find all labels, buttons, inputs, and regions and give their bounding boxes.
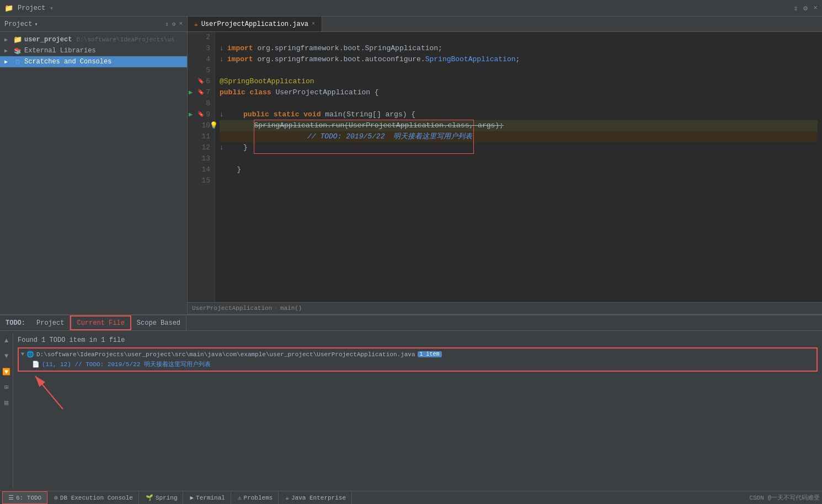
todo-tree: Found 1 TODO item in 1 file ▼ 🌐 D:\softw… (13, 333, 822, 489)
sidebar-close-icon[interactable]: × (179, 20, 183, 28)
db-console-icon: ⊙ (54, 494, 58, 501)
todo-item-icon: 📄 (32, 361, 40, 368)
todo-tab-current-file[interactable]: Current File (70, 315, 131, 330)
main-layout: Project ▾ ⇕ ⚙ × ▶ 📁 user_project D:\soft… (0, 17, 822, 314)
todo-item-row[interactable]: 📄 (11, 12) // TODO: 2019/5/22 明天接着这里写用户列… (21, 359, 814, 369)
sidebar-item-label-user-project: user_project (24, 36, 72, 44)
todo-sidebar-icons: ▲ ▼ 🔽 ⊞ ▤ (0, 333, 13, 489)
todo-file-path: D:\software\IdeaProjects\user_project\sr… (36, 351, 415, 358)
code-line-9: ↓ public static void main(String[] args)… (220, 109, 818, 120)
todo-up-button[interactable]: ▲ (1, 335, 12, 346)
sidebar-item-label-external-libraries: External Libraries (24, 47, 96, 55)
code-line-2 (220, 32, 818, 43)
line-num-8: 8 (188, 98, 215, 109)
settings-icon[interactable]: ⚙ (803, 4, 808, 13)
chevron-right-icon: ▶ (4, 36, 11, 43)
run-icon-7[interactable]: ▶ (189, 87, 193, 98)
code-line-13 (220, 153, 818, 164)
bottom-panel: TODO: Project Current File Scope Based ▲… (0, 314, 822, 491)
sidebar-header-title: Project ▾ (4, 20, 38, 28)
todo-file-row[interactable]: ▼ 🌐 D:\software\IdeaProjects\user_projec… (21, 350, 814, 359)
top-bar-project-label: Project (18, 4, 45, 12)
todo-panel-label: TODO: (0, 315, 31, 330)
run-icon-9[interactable]: ▶ (189, 109, 193, 120)
status-tab-terminal[interactable]: ▶ Terminal (184, 491, 231, 504)
annotation-arrow (30, 371, 96, 415)
bookmark-icon-7: 🔖 (198, 87, 204, 98)
todo-content: ▲ ▼ 🔽 ⊞ ▤ Found 1 TODO item in 1 file ▼ … (0, 331, 822, 491)
todo-file-icon: 🌐 (26, 351, 34, 358)
minimize-icon[interactable]: ⇕ (794, 4, 798, 13)
todo-tab-bar: TODO: Project Current File Scope Based (0, 315, 822, 331)
line-num-7: ▶ 🔖 7 (188, 87, 215, 98)
code-container[interactable]: 2 3 4 5 🔖 6 ▶ 🔖 7 8 ▶ 🔖 9 (188, 32, 822, 302)
code-line-6: @SpringBootApplication (220, 76, 818, 87)
code-lines[interactable]: ↓ import org.springframework.boot.Spring… (215, 32, 822, 302)
todo-settings-button[interactable]: ▤ (1, 397, 12, 408)
code-line-3: ↓ import org.springframework.boot.Spring… (220, 43, 818, 54)
sidebar-minimize-icon[interactable]: ⇕ (165, 20, 169, 28)
library-icon: 📚 (13, 46, 22, 55)
project-icon: 📁 (4, 4, 13, 13)
chevron-down-icon: ▼ (21, 351, 24, 357)
sidebar-settings-icon[interactable]: ⚙ (172, 20, 176, 28)
chevron-right-icon: ▶ (4, 47, 11, 54)
status-tab-java-enterprise-label: Java Enterprise (291, 495, 346, 501)
editor-tab-bar: ☕ UserProjectApplication.java × (188, 17, 822, 32)
line-num-3: 3 (188, 43, 215, 54)
code-line-12: ↓ } (220, 142, 818, 153)
line-num-12: 12 (188, 142, 215, 153)
breadcrumb-sep: › (274, 305, 278, 312)
status-tab-java-enterprise[interactable]: ☕ Java Enterprise (280, 491, 352, 504)
status-tab-spring[interactable]: 🌱 Spring (140, 491, 184, 504)
lightbulb-icon[interactable]: 💡 (210, 120, 218, 131)
status-tab-todo-label: 6: TODO (16, 495, 41, 501)
todo-tab-project[interactable]: Project (31, 315, 70, 330)
java-enterprise-icon: ☕ (285, 494, 289, 501)
code-line-14: } (220, 164, 818, 175)
terminal-icon: ▶ (190, 494, 194, 501)
line-num-5: 5 (188, 65, 215, 76)
status-tab-spring-label: Spring (156, 495, 178, 501)
todo-tab-scope-based[interactable]: Scope Based (131, 315, 186, 330)
top-bar: 📁 Project ▾ ⇕ ⚙ × (0, 0, 822, 17)
chevron-right-icon: ▶ (4, 58, 11, 65)
todo-tab-project-label: Project (36, 319, 64, 327)
line-num-2: 2 (188, 32, 215, 43)
sidebar-item-label-scratches: Scratches and Consoles (24, 58, 111, 66)
status-tab-db-label: DB Execution Console (60, 495, 133, 501)
line-num-9: ▶ 🔖 9 (188, 109, 215, 120)
tab-close-button[interactable]: × (312, 21, 315, 27)
todo-tab-scope-based-label: Scope Based (137, 319, 180, 327)
status-tab-todo[interactable]: ☰ 6: TODO (2, 491, 47, 504)
code-line-15 (220, 175, 818, 186)
sidebar-header-icons: ⇕ ⚙ × (165, 20, 183, 28)
sidebar-tree: ▶ 📁 user_project D:\software\IdeaProject… (0, 32, 187, 314)
code-line-7: public class UserProjectApplication { (220, 87, 818, 98)
sidebar-project-label: Project (4, 20, 32, 28)
spring-icon: 🌱 (146, 494, 153, 501)
todo-down-button[interactable]: ▼ (1, 351, 12, 362)
sidebar-header: Project ▾ ⇕ ⚙ × (0, 17, 187, 32)
line-numbers: 2 3 4 5 🔖 6 ▶ 🔖 7 8 ▶ 🔖 9 (188, 32, 215, 302)
editor-tab-main[interactable]: ☕ UserProjectApplication.java × (188, 17, 322, 31)
dropdown-icon[interactable]: ▾ (50, 5, 53, 12)
java-file-icon: ☕ (194, 20, 198, 28)
todo-filter-button[interactable]: 🔽 (1, 366, 12, 377)
code-line-5 (220, 65, 818, 76)
status-tab-db-console[interactable]: ⊙ DB Execution Console (49, 491, 139, 504)
sidebar-item-external-libraries[interactable]: ▶ 📚 External Libraries (0, 45, 187, 56)
breadcrumb-file: UserProjectApplication (192, 305, 272, 312)
todo-count-badge: 1 item (418, 351, 442, 357)
sidebar-item-user-project[interactable]: ▶ 📁 user_project D:\software\IdeaProject… (0, 34, 187, 45)
close-icon[interactable]: × (813, 4, 818, 13)
todo-group-button[interactable]: ⊞ (1, 382, 12, 393)
line-num-14: 14 (188, 164, 215, 175)
line-num-11: 11 (188, 131, 215, 142)
sidebar-dropdown-icon[interactable]: ▾ (34, 21, 38, 28)
folder-icon: 📁 (13, 35, 22, 44)
line-num-13: 13 (188, 153, 215, 164)
sidebar-item-scratches[interactable]: ▶ 🗒 Scratches and Consoles (0, 56, 187, 67)
line-num-15: 15 (188, 175, 215, 186)
status-tab-problems[interactable]: ⚠ Problems (232, 491, 279, 504)
